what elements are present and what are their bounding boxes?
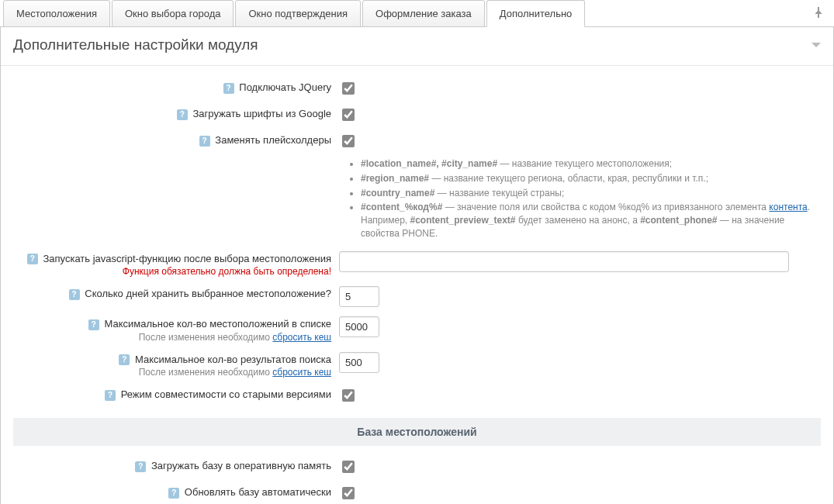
input-max-locations[interactable] xyxy=(339,316,379,337)
reset-cache-link[interactable]: сбросить кеш xyxy=(272,332,331,343)
help-icon[interactable]: ? xyxy=(119,354,130,365)
label-max-locations: Максимальное кол-во местоположений в спи… xyxy=(105,318,332,330)
placeholder-hints: #location_name#, #city_name# — название … xyxy=(347,157,821,240)
tab-additional[interactable]: Дополнительно xyxy=(486,0,586,27)
help-icon[interactable]: ? xyxy=(69,289,80,300)
reset-cache-link[interactable]: сбросить кеш xyxy=(272,367,331,378)
help-icon[interactable]: ? xyxy=(177,109,188,120)
chevron-down-icon[interactable] xyxy=(812,43,821,47)
checkbox-replace-placeholders[interactable] xyxy=(342,135,355,147)
help-icon[interactable]: ? xyxy=(88,319,99,330)
help-icon[interactable]: ? xyxy=(199,136,210,147)
help-icon[interactable]: ? xyxy=(168,488,179,499)
input-max-results[interactable] xyxy=(339,352,379,373)
label-google-fonts: Загружать шрифты из Google xyxy=(192,108,331,119)
pin-icon[interactable] xyxy=(814,7,823,20)
content-link[interactable]: контента xyxy=(769,202,807,212)
help-icon[interactable]: ? xyxy=(223,83,234,94)
input-js-after-select[interactable] xyxy=(339,251,789,272)
checkbox-google-fonts[interactable] xyxy=(342,109,355,121)
checkbox-compat-mode[interactable] xyxy=(342,389,355,402)
tab-locations[interactable]: Местоположения xyxy=(3,0,110,27)
help-icon[interactable]: ? xyxy=(135,461,146,472)
help-icon[interactable]: ? xyxy=(27,254,38,264)
checkbox-jquery[interactable] xyxy=(342,82,355,95)
label-store-days: Сколько дней хранить выбранное местополо… xyxy=(85,288,331,299)
tab-city-window[interactable]: Окно выбора города xyxy=(112,0,234,27)
label-reset-cache-1: После изменения необходимо сбросить кеш xyxy=(13,332,331,343)
checkbox-load-to-ram[interactable] xyxy=(342,461,355,473)
tabs-bar: Местоположения Окно выбора города Окно п… xyxy=(0,0,834,27)
label-load-to-ram: Загружать базу в оперативную память xyxy=(151,460,331,471)
label-max-results: Максимальное кол-во результатов поиска xyxy=(135,354,331,365)
label-js-after-select: Запускать javascript-функцию после выбор… xyxy=(43,253,331,264)
label-js-warn: Функция обязательно должна быть определе… xyxy=(13,266,331,277)
checkbox-auto-update[interactable] xyxy=(342,487,355,499)
label-reset-cache-2: После изменения необходимо сбросить кеш xyxy=(13,367,331,378)
label-jquery: Подключать JQuery xyxy=(239,81,331,93)
label-compat-mode: Режим совместимости со старыми версиями xyxy=(121,388,331,400)
panel-title: Дополнительные настройки модуля xyxy=(13,36,258,54)
section-db-header: База местоположений xyxy=(13,418,821,446)
tab-confirm-window[interactable]: Окно подтверждения xyxy=(235,0,361,27)
help-icon[interactable]: ? xyxy=(105,390,116,401)
input-store-days[interactable] xyxy=(339,286,379,307)
label-auto-update: Обновлять базу автоматически xyxy=(185,486,331,498)
label-replace-placeholders: Заменять плейсхолдеры xyxy=(215,134,331,146)
tab-checkout[interactable]: Оформление заказа xyxy=(362,0,485,27)
settings-panel: Дополнительные настройки модуля ? Подклю… xyxy=(0,27,834,504)
